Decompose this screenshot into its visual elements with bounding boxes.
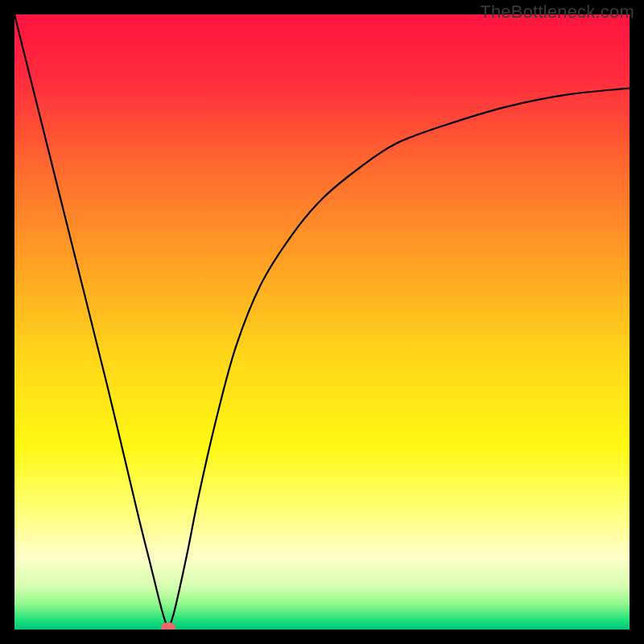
- gradient-background: [14, 14, 630, 630]
- chart-stage: TheBottleneck.com: [0, 0, 644, 644]
- plot-area: [14, 14, 630, 630]
- chart-svg: [14, 14, 630, 630]
- watermark-text: TheBottleneck.com: [480, 2, 634, 23]
